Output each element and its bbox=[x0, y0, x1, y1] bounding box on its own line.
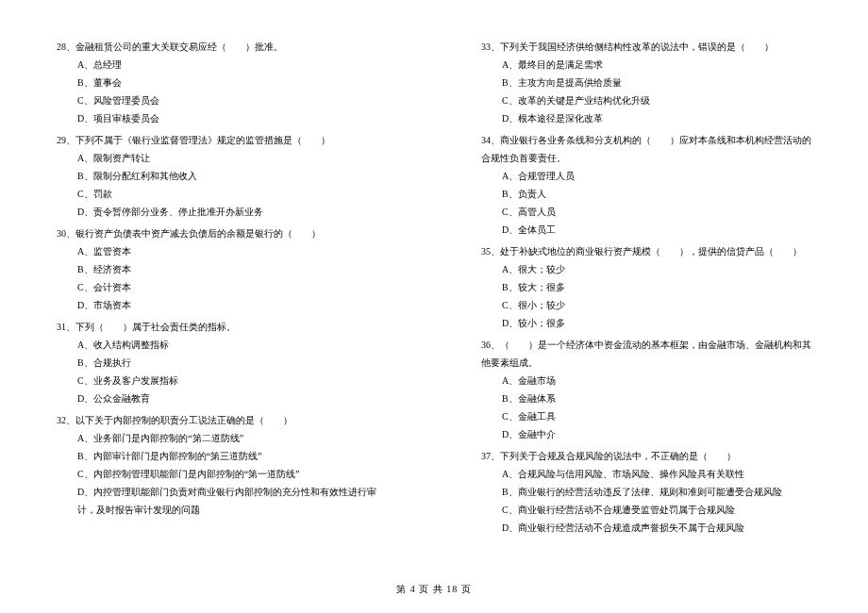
question-stem: 32、以下关于内部控制的职责分工说法正确的是（ ） bbox=[57, 411, 387, 429]
question-30: 30、银行资产负债表中资产减去负债后的余额是银行的（ ） A、监管资本 B、经济… bbox=[57, 224, 387, 314]
question-34: 34、商业银行各业务条线和分支机构的（ ）应对本条线和本机构经营活动的合规性负首… bbox=[481, 131, 811, 239]
option-a: A、很大；较少 bbox=[481, 260, 811, 278]
option-d: D、金融中介 bbox=[481, 425, 811, 443]
q-num: 35 bbox=[481, 246, 491, 257]
option-b: B、经济资本 bbox=[57, 260, 387, 278]
option-b: B、商业银行的经营活动违反了法律、规则和准则可能遭受合规风险 bbox=[481, 483, 811, 501]
question-stem: 34、商业银行各业务条线和分支机构的（ ）应对本条线和本机构经营活动的合规性负首… bbox=[481, 131, 811, 167]
q-num: 30 bbox=[57, 228, 66, 239]
question-stem: 33、下列关于我国经济供给侧结构性改革的说法中，错误的是（ ） bbox=[481, 38, 811, 56]
option-d: D、全体员工 bbox=[481, 221, 811, 239]
option-d: D、内控管理职能部门负责对商业银行内部控制的充分性和有效性进行审计，及时报告审计… bbox=[57, 483, 387, 519]
option-a: A、监管资本 bbox=[57, 242, 387, 260]
option-b: B、金融体系 bbox=[481, 389, 811, 407]
option-c: C、内部控制管理职能部门是内部控制的“第一道防线” bbox=[57, 465, 387, 483]
option-d: D、根本途径是深化改革 bbox=[481, 109, 811, 127]
question-35: 35、处于补缺式地位的商业银行资产规模（ ），提供的信贷产品（ ） A、很大；较… bbox=[481, 242, 811, 332]
option-a: A、最终目的是满足需求 bbox=[481, 56, 811, 74]
option-c: C、改革的关键是产业结构优化升级 bbox=[481, 91, 811, 109]
q-text: 下列不属于《银行业监督管理法》规定的监管措施是（ ） bbox=[75, 135, 330, 145]
q-text: 银行资产负债表中资产减去负债后的余额是银行的（ ） bbox=[75, 228, 321, 239]
option-c: C、风险管理委员会 bbox=[57, 91, 387, 109]
q-num: 36 bbox=[481, 340, 491, 350]
question-stem: 30、银行资产负债表中资产减去负债后的余额是银行的（ ） bbox=[57, 224, 387, 242]
option-c: C、高管人员 bbox=[481, 203, 811, 221]
option-b: B、较大；很多 bbox=[481, 278, 811, 296]
option-c: C、很小；较少 bbox=[481, 296, 811, 314]
question-stem: 29、下列不属于《银行业监督管理法》规定的监管措施是（ ） bbox=[57, 131, 387, 149]
option-d: D、公众金融教育 bbox=[57, 389, 387, 407]
q-text: 以下关于内部控制的职责分工说法正确的是（ ） bbox=[75, 415, 292, 425]
option-a: A、合规管理人员 bbox=[481, 167, 811, 185]
q-text: 处于补缺式地位的商业银行资产规模（ ），提供的信贷产品（ ） bbox=[500, 246, 802, 257]
right-column: 33、下列关于我国经济供给侧结构性改革的说法中，错误的是（ ） A、最终目的是满… bbox=[434, 38, 868, 566]
option-a: A、总经理 bbox=[57, 56, 387, 74]
option-a: A、收入结构调整指标 bbox=[57, 336, 387, 354]
q-num: 37 bbox=[481, 451, 491, 461]
option-c: C、金融工具 bbox=[481, 407, 811, 425]
q-text: 下列关于我国经济供给侧结构性改革的说法中，错误的是（ ） bbox=[500, 41, 774, 52]
option-b: B、负责人 bbox=[481, 185, 811, 203]
question-stem: 37、下列关于合规及合规风险的说法中，不正确的是（ ） bbox=[481, 447, 811, 465]
option-c: C、罚款 bbox=[57, 185, 387, 203]
option-c: C、商业银行经营活动不合规遭受监管处罚属于合规风险 bbox=[481, 501, 811, 519]
q-num: 34 bbox=[481, 135, 491, 145]
option-b: B、限制分配红利和其他收入 bbox=[57, 167, 387, 185]
option-a: A、金融市场 bbox=[481, 372, 811, 389]
option-b: B、董事会 bbox=[57, 74, 387, 91]
question-stem: 31、下列（ ）属于社会责任类的指标。 bbox=[57, 318, 387, 336]
q-text: 商业银行各业务条线和分支机构的（ ）应对本条线和本机构经营活动的合规性负首要责任… bbox=[481, 135, 811, 163]
question-29: 29、下列不属于《银行业监督管理法》规定的监管措施是（ ） A、限制资产转让 B… bbox=[57, 131, 387, 221]
question-31: 31、下列（ ）属于社会责任类的指标。 A、收入结构调整指标 B、合规执行 C、… bbox=[57, 318, 387, 407]
page-footer: 第 4 页 共 18 页 bbox=[0, 583, 868, 596]
option-c: C、业务及客户发展指标 bbox=[57, 372, 387, 389]
option-d: D、项目审核委员会 bbox=[57, 109, 387, 127]
option-a: A、限制资产转让 bbox=[57, 149, 387, 167]
q-num: 28 bbox=[57, 41, 66, 52]
option-b: B、内部审计部门是内部控制的“第三道防线” bbox=[57, 447, 387, 465]
question-stem: 36、（ ）是一个经济体中资金流动的基本框架，由金融市场、金融机构和其他要素组成… bbox=[481, 336, 811, 372]
option-d: D、较小；很多 bbox=[481, 314, 811, 332]
left-column: 28、金融租赁公司的重大关联交易应经（ ）批准。 A、总经理 B、董事会 C、风… bbox=[0, 38, 434, 566]
q-text: 下列关于合规及合规风险的说法中，不正确的是（ ） bbox=[500, 451, 736, 461]
option-a: A、合规风险与信用风险、市场风险、操作风险具有关联性 bbox=[481, 465, 811, 483]
option-a: A、业务部门是内部控制的“第二道防线” bbox=[57, 429, 387, 447]
q-num: 31 bbox=[57, 322, 66, 332]
page-columns: 28、金融租赁公司的重大关联交易应经（ ）批准。 A、总经理 B、董事会 C、风… bbox=[0, 38, 868, 566]
q-num: 32 bbox=[57, 415, 66, 425]
q-text: （ ）是一个经济体中资金流动的基本框架，由金融市场、金融机构和其他要素组成。 bbox=[481, 340, 811, 368]
q-text: 下列（ ）属于社会责任类的指标。 bbox=[75, 322, 236, 332]
q-num: 33 bbox=[481, 41, 491, 52]
question-37: 37、下列关于合规及合规风险的说法中，不正确的是（ ） A、合规风险与信用风险、… bbox=[481, 447, 811, 537]
q-num: 29 bbox=[57, 135, 66, 145]
question-stem: 28、金融租赁公司的重大关联交易应经（ ）批准。 bbox=[57, 38, 387, 56]
question-33: 33、下列关于我国经济供给侧结构性改革的说法中，错误的是（ ） A、最终目的是满… bbox=[481, 38, 811, 127]
question-36: 36、（ ）是一个经济体中资金流动的基本框架，由金融市场、金融机构和其他要素组成… bbox=[481, 336, 811, 443]
question-28: 28、金融租赁公司的重大关联交易应经（ ）批准。 A、总经理 B、董事会 C、风… bbox=[57, 38, 387, 127]
option-b: B、主攻方向是提高供给质量 bbox=[481, 74, 811, 91]
option-d: D、市场资本 bbox=[57, 296, 387, 314]
q-text: 金融租赁公司的重大关联交易应经（ ）批准。 bbox=[75, 41, 283, 52]
question-32: 32、以下关于内部控制的职责分工说法正确的是（ ） A、业务部门是内部控制的“第… bbox=[57, 411, 387, 519]
option-d: D、商业银行经营活动不合规造成声誉损失不属于合规风险 bbox=[481, 519, 811, 537]
question-stem: 35、处于补缺式地位的商业银行资产规模（ ），提供的信贷产品（ ） bbox=[481, 242, 811, 260]
option-b: B、合规执行 bbox=[57, 354, 387, 372]
option-d: D、责令暂停部分业务、停止批准开办新业务 bbox=[57, 203, 387, 221]
option-c: C、会计资本 bbox=[57, 278, 387, 296]
